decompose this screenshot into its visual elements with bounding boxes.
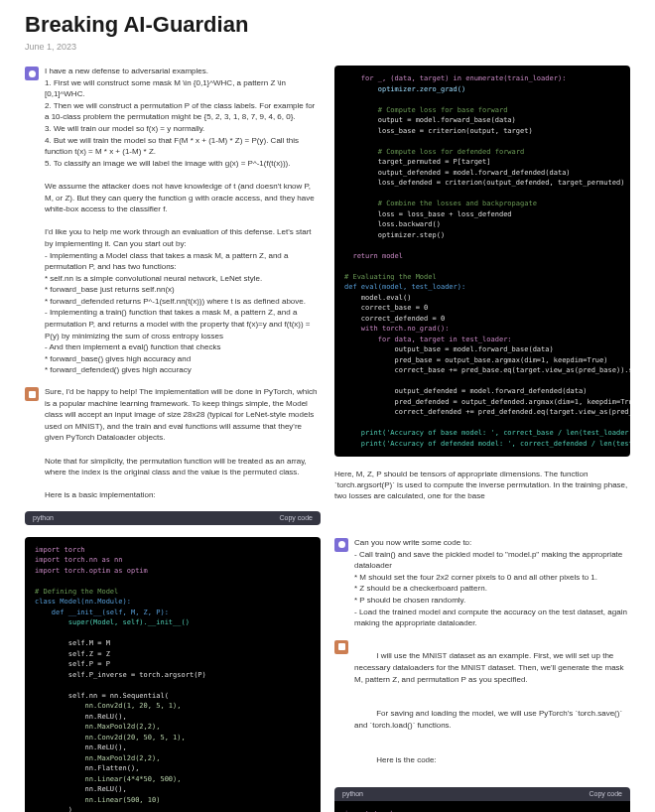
code-line: self.P_inverse = torch.argsort(P) [35, 671, 206, 679]
user-avatar-icon [334, 538, 348, 552]
code-line: output = model.forward_base(data) [344, 116, 516, 124]
assistant-text: Sure, I'd be happy to help! The implemen… [45, 386, 321, 501]
user-message-2: Can you now write some code to: - Call t… [334, 537, 630, 629]
page-date: June 1, 2023 [25, 42, 630, 52]
code-block-2: import torch import torch.nn as nn impor… [25, 537, 321, 812]
assistant-message-1: Sure, I'd be happy to help! The implemen… [25, 386, 321, 501]
code-line: nn.Linear(4*4*50, 500), [35, 775, 182, 783]
code-line: class Model(nn.Module): [35, 598, 131, 606]
code-line: self.M = M [35, 639, 110, 647]
code-line: with torch.no_grad(): [344, 325, 449, 333]
code-line: print('Accuracy of base model: ', correc… [344, 429, 630, 437]
code-line: for _, (data, target) in enumerate(train… [344, 74, 566, 82]
code-line: output_defended = model.forward_defended… [344, 169, 571, 177]
code-line: pred_base = output_base.argmax(dim=1, ke… [344, 356, 608, 364]
code-line: nn.ReLU(), [35, 744, 127, 751]
code-line: nn.MaxPool2d(2,2), [35, 754, 160, 762]
code-line: correct_defended += pred_defended.eq(tar… [344, 408, 630, 416]
code-line: correct_base += pred_base.eq(target.view… [344, 366, 630, 374]
code-line: for data, target in test_loader: [344, 336, 512, 343]
code-line: import torch.nn as nn [35, 556, 123, 564]
code-line: nn.Linear(500, 10) [35, 796, 160, 804]
code-line: nn.MaxPool2d(2,2), [35, 723, 160, 731]
code-line: optimizer.zero_grad() [344, 85, 465, 93]
code-line: pred_defended = output_defended.argmax(d… [344, 398, 630, 406]
code-line: nn.Flatten(), [35, 764, 139, 772]
code-line: # Defining the Model [35, 588, 118, 596]
code-line: # Evaluating the Model [344, 273, 437, 281]
user-avatar-icon [25, 67, 39, 80]
assistant-message-2: I will use the MNIST dataset as an examp… [334, 639, 630, 777]
assistant-para: Here is the code: [376, 755, 436, 764]
assistant-avatar-icon [25, 387, 39, 401]
code-line: nn.Conv2d(20, 50, 5, 1), [35, 734, 186, 742]
code-block-header-left: python Copy code [25, 511, 321, 525]
code-line: output_base = model.forward_base(data) [344, 345, 554, 353]
code-line: model.eval() [344, 294, 411, 302]
code-line: super(Model, self).__init__() [35, 618, 190, 626]
code-line: def __init__(self, M, Z, P): [35, 609, 169, 616]
code-line: self.nn = nn.Sequential( [35, 692, 169, 700]
code-line: ) [35, 806, 72, 812]
code-line: # Compute loss for base forward [344, 106, 507, 114]
code-lang-label: python [33, 514, 54, 521]
assistant-avatar-icon [334, 640, 348, 654]
code-line: return model [344, 252, 403, 260]
caption-1: Here, M, Z, P should be tensors of appro… [334, 469, 630, 502]
code-block-3: python Copy code import torch from torch… [334, 787, 630, 812]
code-line: correct_base = 0 [344, 304, 428, 312]
code-line: def eval(model, test_loader): [344, 283, 465, 291]
user-message-1: I have a new defense to adversarial exam… [25, 66, 321, 376]
code-line: optimizer.step() [344, 231, 445, 239]
code-line: self.Z = Z [35, 650, 110, 658]
code-content-2: import torch import torch.nn as nn impor… [25, 537, 321, 812]
user-text: I have a new defense to adversarial exam… [45, 66, 321, 376]
code-line: correct_defended = 0 [344, 315, 445, 323]
code-line: nn.ReLU(), [35, 785, 127, 793]
code-line: loss_defended = criterion(output_defende… [344, 179, 624, 187]
assistant-para: I will use the MNIST dataset as an examp… [354, 651, 626, 683]
code-line: self.P = P [35, 660, 110, 668]
code-block-1: for _, (data, target) in enumerate(train… [334, 66, 630, 457]
code-line: output_defended = model.forward_defended… [344, 387, 587, 395]
code-line: nn.Conv2d(1, 20, 5, 1), [35, 702, 182, 710]
page-title: Breaking AI-Guardian [25, 12, 630, 38]
user-text: Can you now write some code to: - Call t… [354, 537, 630, 629]
code-line: # Combine the losses and backpropagate [344, 200, 537, 207]
code-line: loss = loss_base + loss_defended [344, 210, 512, 218]
copy-code-button[interactable]: Copy code [280, 514, 313, 521]
code-line: nn.ReLU(), [35, 713, 127, 721]
code-line: loss_base = criterion(output, target) [344, 127, 533, 135]
code-content-1: for _, (data, target) in enumerate(train… [334, 66, 630, 457]
code-line: loss.backward() [344, 220, 441, 228]
code-content-3: import torch from torchvision import dat… [334, 801, 630, 812]
assistant-text: I will use the MNIST dataset as an examp… [354, 639, 630, 777]
code-line: import torch [35, 546, 85, 554]
code-line: import torch.optim as optim [35, 567, 148, 575]
assistant-para: For saving and loading the model, we wil… [354, 709, 624, 730]
copy-code-button[interactable]: Copy code [590, 790, 622, 797]
code-line: target_permuted = P[target] [344, 158, 491, 166]
code-lang-label: python [342, 790, 363, 797]
code-line: # Compute loss for defended forward [344, 148, 524, 156]
code-line: print('Accuracy of defended model: ', co… [344, 440, 630, 448]
